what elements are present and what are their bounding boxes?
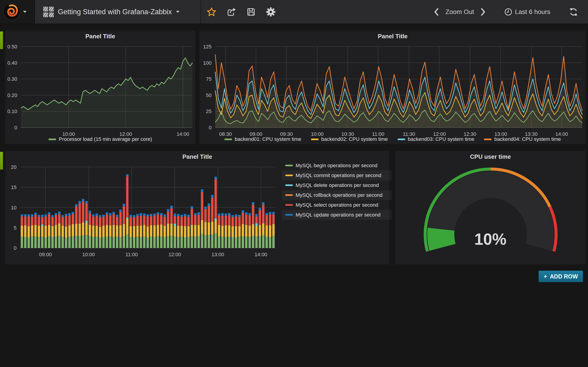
legend-label: MySQL select operations per second (296, 202, 378, 208)
save-icon (247, 8, 255, 16)
y-axis-tick: 0.40 (7, 60, 17, 66)
legend-item[interactable]: backend04: CPU system time (484, 136, 561, 142)
zoom-out-button[interactable]: Zoom Out (445, 8, 474, 16)
legend-label: MySQL begin operations per second (296, 163, 377, 169)
add-row-label: ADD ROW (550, 273, 578, 280)
dashboard-grid-icon[interactable] (43, 7, 54, 17)
y-axis-tick: 15 (11, 184, 17, 190)
legend-color-dash (484, 139, 492, 140)
y-axis-tick: 50 (206, 92, 212, 98)
y-axis-tick: 0.20 (7, 92, 17, 98)
legend-item[interactable]: MySQL rollback operations per second (282, 190, 392, 200)
y-axis-tick: 0.50 (7, 44, 17, 50)
legend-label: MySQL delete operations per second (296, 182, 379, 188)
x-axis-tick: 11:00 (125, 252, 138, 257)
star-icon (207, 7, 216, 17)
y-axis-tick: 0.10 (7, 108, 17, 114)
legend-color-dash (311, 139, 319, 140)
legend-label: MySQL commit operations per second (296, 173, 381, 178)
y-axis-tick: 75 (206, 76, 212, 82)
y-axis-tick: 0.30 (7, 76, 17, 82)
chevron-right-icon (481, 8, 485, 16)
time-shift-forward-button[interactable] (481, 8, 485, 16)
legend-label: Processor load (15 min average per core) (59, 136, 152, 142)
y-axis-tick: 0 (209, 125, 212, 131)
legend-color-dash (285, 214, 293, 216)
grid-cell (49, 7, 54, 11)
grid-cell (49, 12, 54, 17)
legend-item[interactable]: backend03: CPU system time (398, 136, 475, 142)
cpu-system-time-chart: 125100755025008:3009:0009:3010:0010:3011… (199, 31, 586, 144)
y-axis-tick: 20 (11, 164, 17, 170)
refresh-dashboard-button[interactable] (569, 8, 578, 16)
plus-icon: + (544, 273, 547, 280)
chart-legend: MySQL begin operations per secondMySQL c… (282, 161, 392, 220)
y-axis-tick: 25 (206, 108, 212, 114)
navbar-divider (200, 0, 201, 24)
x-axis-tick: 14:00 (254, 252, 267, 257)
star-dashboard-button[interactable] (207, 7, 216, 17)
legend-label: MySQL rollback operations per second (296, 192, 382, 198)
x-axis-tick: 13:00 (212, 252, 224, 257)
row-collapse-handle[interactable] (0, 152, 3, 169)
legend-item[interactable]: backend01: CPU system time (225, 136, 301, 142)
share-icon (227, 7, 236, 17)
legend-item[interactable]: Processor load (15 min average per core) (48, 136, 152, 142)
legend-label: backend01: CPU system time (235, 136, 301, 142)
grid-cell (43, 12, 48, 17)
y-axis-tick: 0 (14, 245, 17, 251)
chart-legend: Processor load (15 min average per core) (5, 136, 195, 142)
dashboard-settings-button[interactable] (266, 7, 276, 17)
chevron-left-icon (434, 8, 439, 16)
x-axis-tick: 12:00 (168, 252, 181, 257)
row-collapse-handle[interactable] (0, 31, 3, 49)
gauge-value: 10% (395, 230, 586, 248)
time-range-label: Last 6 hours (515, 8, 550, 16)
y-axis-tick: 0 (15, 125, 17, 131)
top-navbar: Getting Started with Grafana-Zabbix (0, 0, 588, 24)
add-row-button[interactable]: + ADD ROW (539, 271, 583, 282)
save-dashboard-button[interactable] (247, 8, 255, 16)
grafana-logo-icon (3, 2, 21, 21)
legend-color-dash (285, 165, 293, 166)
legend-color-dash (285, 204, 293, 206)
x-axis-tick: 09:00 (39, 252, 52, 257)
panel-cpu-system-time: Panel Title 125100755025008:3009:0009:30… (199, 31, 586, 144)
legend-item[interactable]: MySQL commit operations per second (282, 170, 392, 180)
legend-item[interactable]: MySQL begin operations per second (282, 161, 392, 170)
panel-processor-load: Panel Title 0.500.400.300.200.10010:0012… (5, 31, 195, 144)
time-shift-back-button[interactable] (434, 8, 439, 16)
dashboard-title-caret-icon (176, 11, 180, 13)
y-axis-tick: 10 (11, 205, 17, 211)
legend-color-dash (48, 139, 56, 140)
grafana-main-menu-button[interactable] (0, 0, 35, 24)
grid-cell (43, 7, 48, 11)
legend-label: MySQL update operations per second (296, 212, 380, 218)
chart-legend: backend01: CPU system timebackend02: CPU… (199, 136, 586, 142)
legend-label: backend02: CPU system time (321, 136, 388, 142)
refresh-icon (569, 8, 578, 16)
time-range-picker[interactable]: Last 6 hours (504, 8, 550, 16)
processor-load-chart: 0.500.400.300.200.10010:0012:0014:00 (5, 31, 195, 144)
legend-color-dash (398, 139, 405, 140)
gear-icon (266, 7, 276, 17)
legend-color-dash (285, 184, 293, 186)
legend-item[interactable]: MySQL delete operations per second (282, 180, 392, 190)
dashboard-title-dropdown[interactable]: Getting Started with Grafana-Zabbix (58, 0, 180, 24)
y-axis-tick: 5 (14, 225, 17, 231)
panel-mysql-operations: Panel Title 2015105009:0010:0011:0012:00… (5, 151, 389, 265)
panel-cpu-user-time-gauge: CPU user time 10% (395, 151, 586, 265)
legend-label: backend03: CPU system time (408, 136, 475, 142)
legend-color-dash (285, 194, 293, 196)
dashboard-title: Getting Started with Grafana-Zabbix (58, 8, 172, 16)
legend-item[interactable]: backend02: CPU system time (311, 136, 388, 142)
y-axis-tick: 125 (203, 44, 212, 50)
legend-item[interactable]: MySQL select operations per second (282, 200, 392, 210)
y-axis-tick: 100 (203, 60, 212, 66)
legend-item[interactable]: MySQL update operations per second (282, 210, 392, 220)
legend-label: backend04: CPU system time (494, 136, 561, 142)
legend-color-dash (285, 175, 293, 176)
legend-color-dash (225, 139, 232, 140)
share-dashboard-button[interactable] (227, 7, 236, 17)
x-axis-tick: 10:00 (82, 252, 95, 257)
